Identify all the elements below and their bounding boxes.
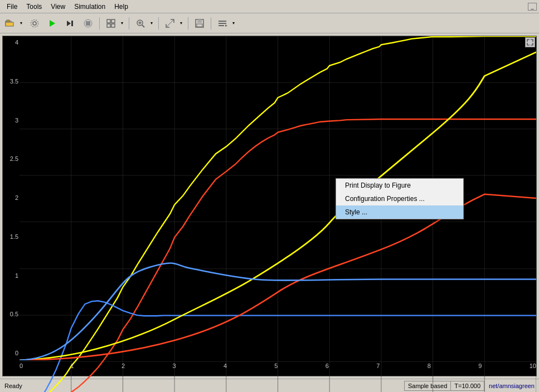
toolbar-group-open: ▾ xyxy=(2,16,25,31)
x-label-2: 2 xyxy=(122,362,125,376)
svg-line-18 xyxy=(166,19,174,27)
menu-tools[interactable]: Tools xyxy=(22,2,46,12)
svg-rect-2 xyxy=(6,22,13,26)
x-axis: 0 1 2 3 4 5 6 7 8 9 10 xyxy=(20,360,536,376)
svg-rect-10 xyxy=(107,19,110,23)
x-label-10: 10 xyxy=(530,362,536,376)
y-axis: 4 3.5 3 2.5 2 1.5 1 0.5 0 xyxy=(3,36,20,359)
blue-line xyxy=(20,263,536,360)
expand-btn[interactable] xyxy=(525,37,535,47)
svg-rect-12 xyxy=(107,24,110,27)
x-label-3: 3 xyxy=(172,362,176,376)
axes-dropdown[interactable]: ▾ xyxy=(178,16,184,31)
open-btn[interactable] xyxy=(2,16,18,31)
menu-help[interactable]: Help xyxy=(110,2,133,12)
toolbar: ▾ xyxy=(0,13,539,33)
window-controls: _ xyxy=(528,3,537,11)
context-print[interactable]: Print Display to Figure xyxy=(336,179,463,192)
svg-marker-25 xyxy=(225,24,227,27)
sep-2 xyxy=(129,17,129,30)
run-btn[interactable] xyxy=(45,16,60,31)
open-dropdown[interactable]: ▾ xyxy=(18,16,25,31)
svg-rect-7 xyxy=(71,21,73,26)
svg-marker-5 xyxy=(50,20,55,27)
zoom-dropdown[interactable]: ▾ xyxy=(148,16,155,31)
y-label-4: 4 xyxy=(3,39,18,46)
zoom-btn[interactable] xyxy=(133,16,148,31)
svg-point-3 xyxy=(33,22,36,25)
svg-rect-1 xyxy=(7,20,9,22)
style-btn[interactable] xyxy=(215,16,230,31)
menubar: File Tools View Simulation Help _ xyxy=(0,0,539,13)
toolbar-group-zoom: ▾ xyxy=(133,16,155,31)
y-label-1: 1 xyxy=(3,272,18,279)
svg-marker-6 xyxy=(67,21,71,26)
main-area: 4 3.5 3 2.5 2 1.5 1 0.5 0 xyxy=(0,33,539,379)
x-label-9: 9 xyxy=(478,362,482,376)
sep-5 xyxy=(211,17,211,30)
x-label-4: 4 xyxy=(224,362,227,376)
svg-point-4 xyxy=(31,19,38,27)
y-label-35: 3.5 xyxy=(3,78,18,85)
menu-simulation[interactable]: Simulation xyxy=(70,2,110,12)
context-config[interactable]: Configuration Properties ... xyxy=(336,192,463,205)
x-label-5: 5 xyxy=(274,362,278,376)
layout-dropdown[interactable]: ▾ xyxy=(119,16,125,31)
style-dropdown[interactable]: ▾ xyxy=(230,16,237,31)
menu-view[interactable]: View xyxy=(46,2,70,12)
svg-rect-23 xyxy=(218,21,226,22)
toolbar-group-layout: ▾ xyxy=(103,16,125,31)
minimize-btn[interactable]: _ xyxy=(528,3,537,11)
settings-btn[interactable] xyxy=(27,16,42,31)
y-label-3: 3 xyxy=(3,117,18,124)
stop-btn[interactable] xyxy=(80,16,96,31)
axes-btn[interactable] xyxy=(162,16,178,31)
svg-rect-24 xyxy=(218,25,224,26)
svg-rect-13 xyxy=(111,24,115,27)
x-label-6: 6 xyxy=(326,362,329,376)
x-label-0: 0 xyxy=(20,362,23,376)
y-label-0: 0 xyxy=(3,350,18,356)
y-label-05: 0.5 xyxy=(3,311,18,317)
svg-rect-22 xyxy=(218,23,226,24)
y-label-2: 2 xyxy=(3,194,18,201)
x-label-7: 7 xyxy=(376,362,380,376)
y-label-15: 1.5 xyxy=(3,233,18,240)
svg-rect-11 xyxy=(111,19,115,23)
toolbar-group-style: ▾ xyxy=(215,16,237,31)
sep-1 xyxy=(99,17,100,30)
y-label-25: 2.5 xyxy=(3,155,18,162)
svg-line-15 xyxy=(142,25,144,27)
menu-file[interactable]: File xyxy=(2,2,22,12)
sep-3 xyxy=(158,17,159,30)
context-style[interactable]: Style ... xyxy=(336,205,463,219)
svg-rect-21 xyxy=(197,24,202,27)
svg-rect-20 xyxy=(197,19,202,23)
x-label-1: 1 xyxy=(70,362,74,376)
svg-rect-9 xyxy=(86,21,90,26)
sep-4 xyxy=(188,17,188,30)
x-label-8: 8 xyxy=(428,362,431,376)
context-menu: Print Display to Figure Configuration Pr… xyxy=(336,178,464,219)
plot-container: 4 3.5 3 2.5 2 1.5 1 0.5 0 xyxy=(2,36,537,376)
step-btn[interactable] xyxy=(62,16,78,31)
toolbar-group-axes: ▾ xyxy=(162,16,184,31)
save-btn[interactable] xyxy=(192,16,207,31)
layout-btn[interactable] xyxy=(103,16,119,31)
